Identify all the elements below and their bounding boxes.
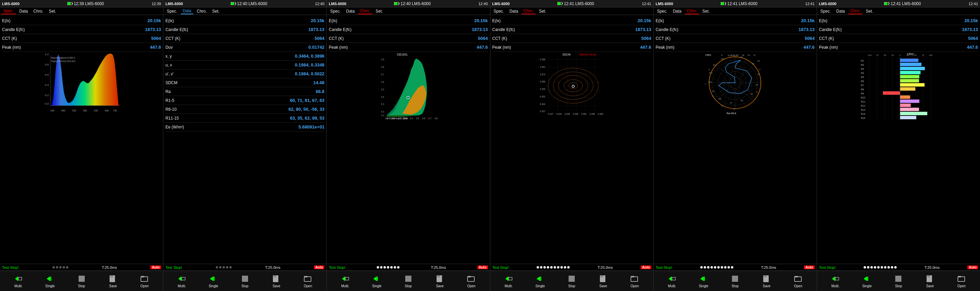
title-center: 12:40 LMS-6000 xyxy=(231,2,267,6)
toolbar-btn-single[interactable]: Single xyxy=(535,274,545,288)
nav-item-spec[interactable]: Spec. xyxy=(328,8,343,14)
toolbar-btn-single[interactable]: Single xyxy=(208,274,218,288)
data-value: 20.15k xyxy=(964,18,978,23)
toolbar-btn-save[interactable]: Save xyxy=(925,274,935,288)
data-row: E(lx) 20.15k xyxy=(165,16,324,25)
svg-text:61: 61 xyxy=(708,69,711,70)
tool-icon-save xyxy=(108,274,118,283)
panel-3: LMS-6000 12:40 LMS-6000 12:40 Spec.DataC… xyxy=(327,0,490,291)
dot xyxy=(704,266,706,269)
svg-text:430: 430 xyxy=(50,109,54,112)
dot xyxy=(540,266,542,269)
toolbar-btn-open[interactable]: Open xyxy=(794,274,803,288)
nav-item-chro[interactable]: Chro. xyxy=(31,8,45,14)
toolbar-btn-open[interactable]: Open xyxy=(466,274,476,288)
data-label: Candle E(fc) xyxy=(492,27,515,32)
toolbar-btn-stop[interactable]: Stop xyxy=(894,274,903,288)
toolbar-btn-stop[interactable]: Stop xyxy=(77,274,86,288)
toolbar-btn-single[interactable]: Single xyxy=(45,274,55,288)
toolbar-btn-multi[interactable]: Multi. xyxy=(340,274,350,288)
nav-item-data[interactable]: Data xyxy=(671,8,683,14)
nav-item-spec[interactable]: Spec. xyxy=(818,8,833,14)
nav-item-chro[interactable]: Chro. xyxy=(522,8,536,14)
nav-item-spec[interactable]: Spec. xyxy=(165,8,179,14)
title-right: 12:40 xyxy=(479,2,488,6)
nav-item-data[interactable]: Data xyxy=(508,8,520,14)
nav-item-set[interactable]: Set. xyxy=(537,8,548,14)
data-value: 20.15k xyxy=(147,18,161,23)
nav-item-spec[interactable]: Spec. xyxy=(655,8,670,14)
svg-rect-80 xyxy=(468,276,471,277)
nav-item-spec[interactable]: Spec. xyxy=(2,8,16,14)
svg-rect-219 xyxy=(900,59,918,62)
data-row: Peak (nm) 447.6 xyxy=(819,43,978,52)
nav-item-data[interactable]: Data xyxy=(344,8,356,14)
data-label: E(lx) xyxy=(2,18,11,23)
nav-item-data[interactable]: Data xyxy=(181,8,193,14)
dot xyxy=(550,266,553,269)
nav-item-set[interactable]: Set. xyxy=(700,8,711,14)
dot xyxy=(216,266,218,269)
nav-item-chro[interactable]: Chro. xyxy=(358,8,372,14)
nav-item-set[interactable]: Set. xyxy=(374,8,385,14)
svg-text:R12: R12 xyxy=(861,105,865,107)
toolbar-btn-stop[interactable]: Stop xyxy=(404,274,413,288)
svg-text:0.1: 0.1 xyxy=(381,114,384,117)
toolbar-btn-multi[interactable]: Multi. xyxy=(177,274,186,288)
toolbar-btn-single[interactable]: Single xyxy=(862,274,872,288)
data-row: E(lx) 20.15k xyxy=(329,16,488,25)
svg-rect-227 xyxy=(900,75,920,78)
toolbar-btn-save[interactable]: Save xyxy=(598,274,608,288)
title-text: LMS-6000 xyxy=(165,2,183,6)
toolbar-btn-save[interactable]: Save xyxy=(762,274,772,288)
tool-label: Single xyxy=(208,284,218,288)
data-row: E(lx) 20.15k xyxy=(819,16,978,25)
svg-text:0.6: 0.6 xyxy=(422,117,425,120)
toolbar-btn-save[interactable]: Save xyxy=(435,274,445,288)
toolbar-btn-open[interactable]: Open xyxy=(630,274,640,288)
status-auto: Auto xyxy=(477,265,488,269)
toolbar-btn-stop[interactable]: Stop xyxy=(567,274,576,288)
nav-item-data[interactable]: Data xyxy=(834,8,847,14)
nav-item-spec[interactable]: Spec. xyxy=(492,8,506,14)
data-label: Candle E(fc) xyxy=(329,27,352,32)
nav-item-chro[interactable]: Chro. xyxy=(848,8,862,14)
toolbar-btn-stop[interactable]: Stop xyxy=(240,274,250,288)
toolbar-btn-single[interactable]: Single xyxy=(699,274,708,288)
toolbar-btn-save[interactable]: Save xyxy=(272,274,281,288)
nav-item-set[interactable]: Set. xyxy=(47,8,58,14)
svg-text:730: 730 xyxy=(113,109,117,112)
toolbar-btn-multi[interactable]: Multi. xyxy=(667,274,677,288)
toolbar-btn-multi[interactable]: Multi. xyxy=(504,274,514,288)
tool-label: Stop xyxy=(241,284,248,288)
tool-label: Single xyxy=(372,284,382,288)
toolbar-btn-save[interactable]: Save xyxy=(108,274,118,288)
toolbar-btn-multi[interactable]: Multi. xyxy=(830,274,840,288)
svg-rect-243 xyxy=(900,108,919,111)
dot xyxy=(66,266,68,269)
toolbar-btn-open[interactable]: Open xyxy=(957,274,966,288)
data-area: E(lx) 20.15k Candle E(fc) 1873.13 CCT (K… xyxy=(163,15,326,264)
toolbar-btn-stop[interactable]: Stop xyxy=(730,274,740,288)
data-value: 1873.13 xyxy=(472,27,488,32)
svg-text:60: 60 xyxy=(742,54,744,56)
toolbar-btn-open[interactable]: Open xyxy=(303,274,313,288)
svg-rect-198 xyxy=(889,3,889,4)
nav-item-chro[interactable]: Chro. xyxy=(685,8,699,14)
data-label: CCT (K) xyxy=(492,36,508,41)
svg-marker-122 xyxy=(505,277,508,281)
svg-text:25: 25 xyxy=(907,54,909,56)
title-right: 12:41 xyxy=(805,2,815,6)
nav-item-chro[interactable]: Chro. xyxy=(195,8,208,14)
nav-item-set[interactable]: Set. xyxy=(864,8,875,14)
toolbar-btn-multi[interactable]: Multi. xyxy=(14,274,23,288)
toolbar-btn-open[interactable]: Open xyxy=(140,274,150,288)
nav-item-data[interactable]: Data xyxy=(18,8,30,14)
status-mid: T:25.0ms xyxy=(924,265,940,270)
toolbar-btn-single[interactable]: Single xyxy=(372,274,382,288)
svg-text:0.6: 0.6 xyxy=(381,81,384,83)
svg-text:0.8: 0.8 xyxy=(45,63,49,66)
nav-item-set[interactable]: Set. xyxy=(210,8,221,14)
svg-text:0.388: 0.388 xyxy=(540,58,546,61)
dots-indicator xyxy=(700,266,733,269)
